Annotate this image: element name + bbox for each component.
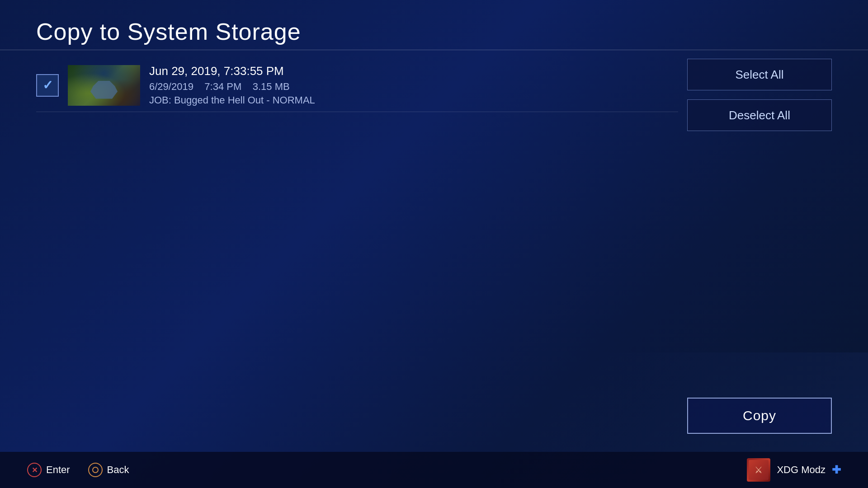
save-size: 3.15 MB: [253, 81, 290, 92]
save-list: ✓ Jun 29, 2019, 7:33:55 PM 6/29/2019 7:3…: [36, 59, 678, 112]
save-item[interactable]: ✓ Jun 29, 2019, 7:33:55 PM 6/29/2019 7:3…: [36, 59, 678, 112]
bottom-controls: ✕ Enter Back: [27, 463, 129, 477]
deselect-all-button[interactable]: Deselect All: [687, 99, 832, 131]
save-time: 7:34 PM: [204, 81, 241, 92]
circle-button-icon: [88, 463, 103, 477]
page-title: Copy to System Storage: [36, 18, 301, 45]
save-thumbnail: [68, 65, 140, 106]
save-checkbox[interactable]: ✓: [36, 74, 59, 97]
save-job: JOB: Bugged the Hell Out - NORMAL: [149, 94, 678, 106]
back-control: Back: [88, 463, 129, 477]
copy-button-container: Copy: [687, 398, 832, 434]
user-info: XDG Modz ✚: [747, 458, 841, 482]
user-avatar: [747, 458, 770, 482]
save-title: Jun 29, 2019, 7:33:55 PM: [149, 64, 678, 78]
back-label: Back: [107, 464, 129, 476]
save-date: 6/29/2019: [149, 81, 193, 92]
save-meta: 6/29/2019 7:34 PM 3.15 MB: [149, 81, 678, 93]
enter-label: Enter: [46, 464, 70, 476]
circle-inner: [92, 467, 99, 473]
select-all-button[interactable]: Select All: [687, 59, 832, 90]
save-info: Jun 29, 2019, 7:33:55 PM 6/29/2019 7:34 …: [149, 64, 678, 106]
bottom-bar: ✕ Enter Back XDG Modz ✚: [0, 452, 868, 488]
right-panel: Select All Deselect All: [687, 59, 832, 131]
check-icon: ✓: [42, 79, 53, 92]
x-button-icon: ✕: [27, 463, 42, 477]
copy-button[interactable]: Copy: [687, 398, 832, 434]
enter-control: ✕ Enter: [27, 463, 70, 477]
title-divider: [0, 50, 868, 50]
username: XDG Modz: [777, 464, 826, 476]
ps-plus-icon: ✚: [832, 464, 841, 476]
